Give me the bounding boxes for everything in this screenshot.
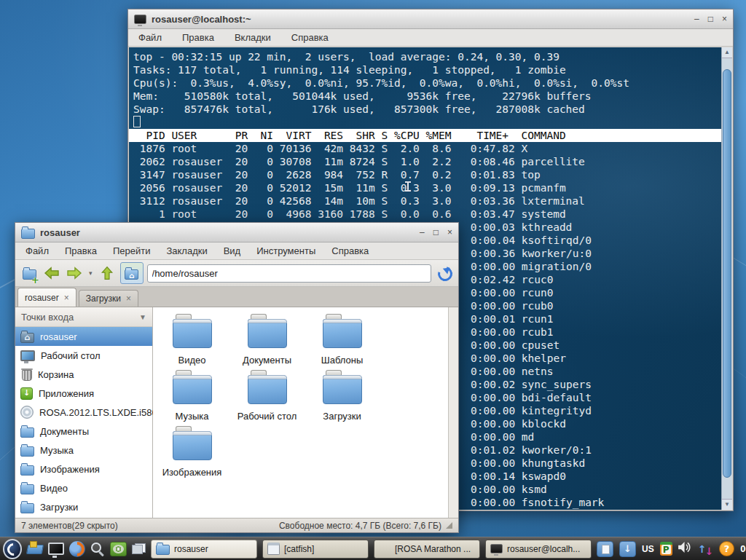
resize-grip[interactable]	[446, 522, 452, 529]
tab-close-icon[interactable]: ×	[64, 293, 69, 302]
icon-trash	[22, 370, 32, 381]
desktop: rosauser@localhost:~ – □ × ФайлПравкаВкл…	[0, 0, 746, 560]
menu-item[interactable]: Перейти	[111, 244, 152, 258]
folder-item[interactable]: Видео	[154, 316, 229, 372]
up-button[interactable]	[98, 263, 117, 283]
folder-icon	[21, 229, 35, 239]
folder-item[interactable]: Шаблоны	[305, 316, 380, 372]
scrollbar-thumb[interactable]	[723, 69, 731, 478]
maximize-button[interactable]: □	[433, 228, 439, 237]
menu-item[interactable]: Вкладки	[233, 31, 272, 44]
file-manager-titlebar[interactable]: rosauser – □ ×	[15, 223, 458, 242]
package-icon	[110, 542, 127, 556]
menu-item[interactable]: Инструменты	[255, 244, 317, 258]
menu-item[interactable]: Справка	[290, 31, 330, 44]
minimize-button[interactable]: –	[694, 15, 699, 23]
sidebar-item[interactable]: ROSA.2012.LTS.LXDE.i586	[15, 403, 152, 422]
process-row: 2062 rosauser 20 0 30708 11m 8724 S 1.0 …	[129, 155, 722, 168]
scroll-down-icon[interactable]: ▼	[722, 499, 732, 510]
sidebar-item[interactable]: Корзина	[15, 365, 152, 384]
search-launcher[interactable]	[90, 540, 105, 559]
file-manager-window: rosauser – □ × ФайлПравкаПерейтиЗакладки…	[15, 222, 459, 533]
sidebar-item[interactable]: Загрузки	[15, 497, 152, 516]
tab-close-icon[interactable]: ×	[126, 294, 131, 303]
maximize-button[interactable]: □	[708, 15, 713, 23]
back-arrow-icon	[44, 267, 60, 280]
forward-button[interactable]	[65, 263, 84, 283]
sidebar-item[interactable]: rosauser	[15, 327, 152, 346]
close-button[interactable]: ×	[722, 15, 727, 23]
sidebar-item[interactable]: Рабочий стол	[15, 346, 152, 365]
icon-folder	[20, 427, 34, 438]
scroll-up-icon[interactable]: ▲	[722, 47, 732, 58]
sidebar-item[interactable]: Приложения	[15, 384, 152, 403]
show-desktop-button[interactable]	[48, 540, 64, 559]
firefox-launcher[interactable]	[69, 540, 85, 559]
ti-window	[267, 543, 280, 555]
folder-item[interactable]: Рабочий стол	[229, 372, 305, 428]
network-monitor-icon[interactable]: ↑↓	[698, 544, 713, 554]
address-input[interactable]	[147, 264, 431, 283]
icon-folder	[20, 446, 34, 457]
folder-icon	[173, 431, 212, 460]
stackfolder-downloads-icon[interactable]	[619, 541, 636, 557]
ti-terminal	[490, 544, 503, 553]
file-view-scrollbar[interactable]	[448, 307, 458, 518]
reload-button[interactable]	[435, 263, 454, 283]
terminal-scrollbar[interactable]: ▲ ▼	[721, 47, 732, 510]
menu-item[interactable]: Правка	[63, 244, 98, 258]
taskbar-window-button[interactable]: rosauser@localh...	[485, 540, 592, 559]
icon-desktop	[20, 350, 35, 361]
ti-folder	[156, 545, 170, 555]
minimize-button[interactable]: –	[420, 228, 425, 237]
terminal-window-controls: – □ ×	[694, 15, 727, 23]
back-button[interactable]	[42, 263, 61, 283]
menu-item[interactable]: Файл	[137, 31, 163, 44]
firefox-icon	[69, 541, 85, 557]
file-manager-window-controls: – □ ×	[420, 228, 452, 237]
menu-item[interactable]: Правка	[181, 31, 216, 44]
tab[interactable]: rosauser ×	[17, 288, 76, 307]
sidebar-item[interactable]: Видео	[15, 478, 152, 497]
menu-item[interactable]: Справка	[330, 244, 370, 258]
keyboard-layout-indicator[interactable]: US	[642, 544, 654, 554]
sidebar-item-label: ROSA.2012.LTS.LXDE.i586	[39, 407, 157, 418]
menu-item[interactable]: Файл	[24, 244, 50, 258]
sidebar-item[interactable]: Музыка	[15, 441, 152, 460]
folder-item[interactable]: Документы	[229, 316, 305, 372]
new-tab-button[interactable]: +	[20, 263, 39, 283]
stackfolder-documents-icon[interactable]	[597, 541, 613, 557]
history-dropdown-icon[interactable]: ▾	[87, 269, 94, 277]
package-installer-launcher[interactable]	[110, 540, 127, 559]
folder-item[interactable]: Музыка	[154, 372, 229, 428]
volume-icon[interactable]	[678, 542, 692, 556]
forward-arrow-icon	[66, 267, 82, 280]
taskbar-window-button[interactable]: [catfish]	[262, 540, 369, 559]
terminal-icon	[134, 15, 146, 24]
folder-icon	[173, 375, 212, 404]
terminal-menubar: ФайлПравкаВкладкиСправка	[128, 29, 733, 47]
menu-item[interactable]: Закладки	[165, 244, 208, 258]
file-view[interactable]: Видео Документы Шаблоны Музыка Рабочий с…	[153, 307, 458, 518]
taskbar-window-button[interactable]: rosauser	[151, 540, 257, 559]
rosa-menu-button[interactable]	[3, 540, 22, 559]
sidebar-item[interactable]: Документы	[15, 422, 152, 441]
sidebar-mode-selector[interactable]: Точки входа ▼	[15, 307, 152, 327]
folder-item[interactable]: Загрузки	[305, 372, 380, 428]
home-button[interactable]: ⌂	[120, 262, 144, 284]
terminal-titlebar[interactable]: rosauser@localhost:~ – □ ×	[128, 9, 733, 29]
file-grid: Видео Документы Шаблоны Музыка Рабочий с…	[153, 307, 449, 518]
menu-item[interactable]: Вид	[222, 244, 243, 258]
status-bar: 7 элементов(29 скрыто) Свободное место: …	[15, 518, 458, 532]
pager-applet[interactable]	[132, 540, 146, 559]
help-notifier-icon[interactable]	[719, 541, 734, 556]
clipboard-manager-icon[interactable]	[660, 542, 672, 556]
tab[interactable]: Загрузки ×	[79, 290, 138, 307]
folder-item[interactable]: Изображения	[154, 428, 229, 484]
close-button[interactable]: ×	[447, 228, 452, 237]
taskbar-window-button[interactable]: [ROSA Marathon ...	[374, 540, 480, 559]
file-manager-launcher[interactable]	[27, 540, 43, 559]
system-tray: US ↑↓ 00:32	[597, 538, 746, 560]
clock[interactable]: 00:32	[740, 543, 746, 554]
sidebar-item[interactable]: Изображения	[15, 460, 152, 478]
